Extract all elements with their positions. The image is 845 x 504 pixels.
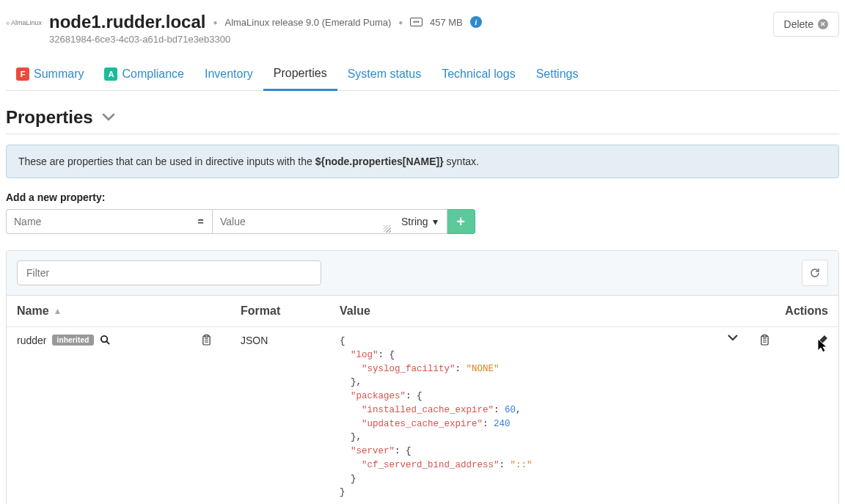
meta-separator: ● xyxy=(398,18,403,26)
node-header: ⟐ AlmaLinux node1.rudder.local ● AlmaLin… xyxy=(6,6,839,48)
column-name-label: Name xyxy=(17,304,49,318)
tab-compliance-label: Compliance xyxy=(122,67,183,81)
tab-inventory-label: Inventory xyxy=(205,67,253,81)
clipboard-icon[interactable] xyxy=(760,335,769,346)
node-uuid: 32681984-6ce3-4c03-a61d-bd71e3eb3300 xyxy=(49,34,482,45)
table-header: Name ▲ Format Value Actions xyxy=(7,295,838,327)
delete-label: Delete xyxy=(784,18,813,30)
info-suffix: syntax. xyxy=(444,156,479,167)
tab-bar: F Summary A Compliance Inventory Propert… xyxy=(6,61,839,91)
delete-button[interactable]: Delete ✕ xyxy=(773,12,839,37)
tab-summary-label: Summary xyxy=(34,67,84,81)
tab-technical-logs[interactable]: Technical logs xyxy=(431,61,526,90)
edit-icon[interactable] xyxy=(816,335,828,346)
inherited-badge: inherited xyxy=(52,335,93,346)
sort-asc-icon: ▲ xyxy=(54,306,62,316)
info-syntax: ${node.properties[NAME]} xyxy=(315,156,444,167)
svg-point-0 xyxy=(100,336,106,342)
svg-rect-3 xyxy=(205,335,208,337)
ram-icon: ▪▪▪ xyxy=(410,18,422,26)
compliance-badge: A xyxy=(104,67,117,81)
info-prefix: These are properties that can be used in… xyxy=(18,156,315,167)
clipboard-icon[interactable] xyxy=(202,335,211,346)
add-property-label: Add a new property: xyxy=(6,191,839,203)
column-name[interactable]: Name ▲ xyxy=(17,304,241,318)
column-value[interactable]: Value xyxy=(340,304,769,318)
json-value: { "log": { "syslog_facility": "NONE" }, … xyxy=(340,335,533,500)
ram-value: 457 MB xyxy=(430,17,463,28)
refresh-button[interactable] xyxy=(802,260,828,286)
svg-rect-8 xyxy=(763,335,767,337)
tab-system-status[interactable]: System status xyxy=(337,61,431,90)
table-row: rudder inherited JSON { "log": { "syslog… xyxy=(7,327,838,504)
info-icon[interactable]: i xyxy=(470,16,482,28)
property-value-input[interactable] xyxy=(213,209,392,234)
tab-properties-label: Properties xyxy=(274,67,327,80)
tab-properties[interactable]: Properties xyxy=(263,61,337,91)
property-format: JSON xyxy=(241,335,340,500)
os-release-text: AlmaLinux release 9.0 (Emerald Puma) xyxy=(224,17,391,28)
add-property-form: = String ▾ + xyxy=(6,209,839,234)
tab-settings[interactable]: Settings xyxy=(526,61,589,90)
add-property-button[interactable]: + xyxy=(447,209,475,234)
search-icon[interactable] xyxy=(100,335,111,346)
resize-handle[interactable] xyxy=(384,225,391,233)
tab-summary[interactable]: F Summary xyxy=(6,61,94,90)
info-banner: These are properties that can be used in… xyxy=(6,145,839,178)
os-logo: ⟐ AlmaLinux xyxy=(6,19,42,26)
tab-technical-logs-label: Technical logs xyxy=(442,67,516,81)
equals-sign: = xyxy=(189,209,213,234)
tab-settings-label: Settings xyxy=(536,67,579,81)
filter-input[interactable] xyxy=(17,260,321,285)
section-title: Properties xyxy=(6,107,93,128)
tab-inventory[interactable]: Inventory xyxy=(194,61,263,90)
node-hostname: node1.rudder.local xyxy=(49,12,205,32)
caret-down-icon: ▾ xyxy=(433,216,438,227)
close-icon: ✕ xyxy=(818,19,828,29)
property-name: rudder xyxy=(17,335,46,346)
column-actions: Actions xyxy=(769,304,828,318)
column-format[interactable]: Format xyxy=(241,304,340,318)
summary-badge: F xyxy=(16,67,29,81)
property-type-select[interactable]: String ▾ xyxy=(392,209,447,234)
type-selected-label: String xyxy=(401,216,428,227)
chevron-down-icon[interactable] xyxy=(102,110,115,125)
divider xyxy=(6,134,839,134)
property-name-input[interactable] xyxy=(6,209,189,234)
svg-line-1 xyxy=(106,341,109,344)
properties-table: Name ▲ Format Value Actions rudder inher… xyxy=(6,250,839,504)
tab-compliance[interactable]: A Compliance xyxy=(94,61,194,90)
tab-system-status-label: System status xyxy=(348,67,421,81)
meta-separator: ● xyxy=(213,18,217,26)
chevron-down-icon[interactable] xyxy=(728,335,738,342)
